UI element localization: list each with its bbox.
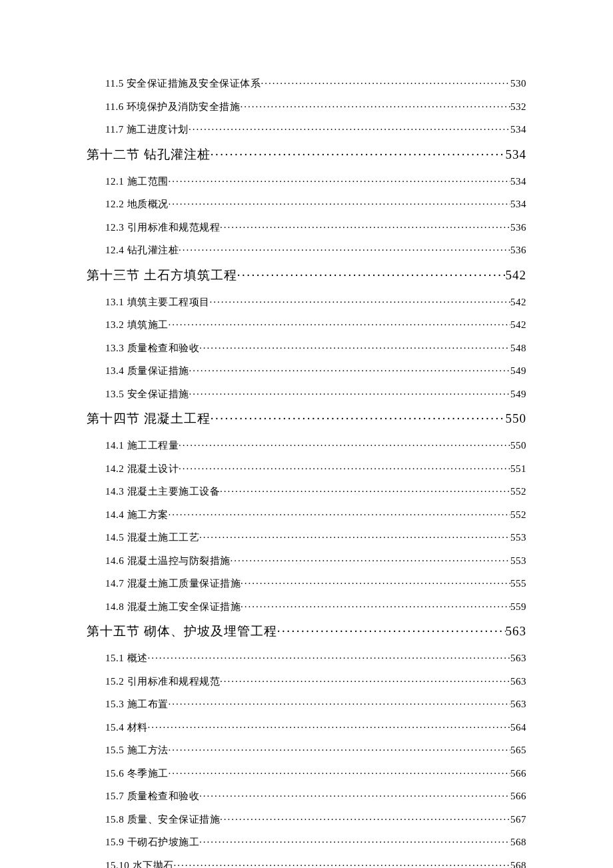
toc-sub-entry[interactable]: 14.7 混凝土施工质量保证措施555: [105, 577, 526, 590]
toc-entry-label: 15.9 干砌石护坡施工: [105, 836, 199, 849]
toc-sub-entry[interactable]: 15.8 质量、安全保证措施567: [105, 813, 526, 826]
toc-sub-entry[interactable]: 14.1 施工工程量550: [105, 439, 526, 452]
toc-sub-entry[interactable]: 15.2 引用标准和规程规范563: [105, 675, 526, 688]
toc-leader-dots: [148, 721, 511, 731]
toc-sub-entry[interactable]: 13.3 质量检查和验收548: [105, 341, 526, 355]
toc-sub-entry[interactable]: 15.6 冬季施工566: [105, 767, 526, 780]
toc-leader-dots: [169, 767, 511, 777]
toc-entry-label: 15.5 施工方法: [105, 744, 169, 757]
toc-entry-page: 551: [510, 463, 526, 475]
toc-entry-label: 13.2 填筑施工: [105, 319, 169, 331]
toc-entry-label: 第十五节 砌体、护坡及埋管工程: [87, 623, 277, 640]
toc-sub-entry[interactable]: 12.3 引用标准和规范规程536: [105, 221, 526, 234]
toc-entry-page: 534: [510, 124, 526, 135]
toc-sub-entry[interactable]: 15.7 质量检查和验收566: [105, 789, 526, 803]
toc-sub-entry[interactable]: 14.5 混凝土施工工艺553: [105, 531, 526, 544]
toc-entry-label: 14.1 施工工程量: [105, 439, 179, 452]
toc-sub-entry[interactable]: 15.3 施工布置563: [105, 697, 526, 711]
toc-entry-label: 15.2 引用标准和规程规范: [105, 675, 220, 688]
toc-entry-page: 563: [506, 624, 527, 639]
toc-entry-page: 532: [510, 101, 526, 113]
toc-entry-page: 552: [510, 509, 526, 521]
toc-entry-label: 12.1 施工范围: [105, 175, 169, 188]
toc-sub-entry[interactable]: 13.4 质量保证措施549: [105, 364, 526, 377]
toc-entry-page: 530: [510, 78, 526, 89]
toc-entry-page: 564: [510, 722, 526, 733]
toc-leader-dots: [220, 221, 510, 231]
toc-entry-label: 14.6 混凝土温控与防裂措施: [105, 555, 231, 567]
toc-sub-entry[interactable]: 12.4 钻孔灌注桩536: [105, 243, 526, 257]
toc-entry-page: 553: [510, 555, 526, 567]
toc-entry-page: 563: [510, 699, 526, 710]
toc-leader-dots: [241, 577, 510, 587]
toc-entry-label: 14.2 混凝土设计: [105, 463, 179, 475]
toc-sub-entry[interactable]: 15.4 材料564: [105, 721, 526, 734]
toc-entry-label: 14.4 施工方案: [105, 509, 169, 521]
toc-leader-dots: [277, 623, 506, 635]
toc-leader-dots: [169, 318, 511, 328]
toc-entry-label: 13.5 安全保证措施: [105, 388, 189, 401]
toc-entry-page: 534: [510, 176, 526, 187]
toc-entry-label: 12.2 地质概况: [105, 198, 169, 211]
toc-entry-page: 549: [510, 389, 526, 400]
toc-entry-page: 553: [510, 532, 526, 543]
toc-sub-entry[interactable]: 15.9 干砌石护坡施工568: [105, 835, 526, 849]
toc-leader-dots: [169, 697, 511, 707]
toc-sub-entry[interactable]: 14.4 施工方案552: [105, 508, 526, 521]
toc-sub-entry[interactable]: 13.1 填筑主要工程项目542: [105, 295, 526, 309]
toc-leader-dots: [174, 859, 511, 869]
toc-sub-entry[interactable]: 13.2 填筑施工542: [105, 318, 526, 331]
toc-entry-label: 第十二节 钻孔灌注桩: [87, 146, 211, 163]
toc-sub-entry[interactable]: 14.6 混凝土温控与防裂措施553: [105, 554, 526, 567]
toc-sub-entry[interactable]: 11.5 安全保证措施及安全保证体系530: [105, 77, 526, 90]
toc-entry-page: 536: [510, 222, 526, 233]
toc-leader-dots: [199, 531, 510, 541]
toc-leader-dots: [211, 410, 506, 423]
toc-entry-label: 14.3 混凝土主要施工设备: [105, 485, 220, 498]
toc-entry-page: 565: [510, 745, 526, 756]
toc-entry-label: 15.10 水下抛石: [105, 859, 174, 869]
toc-leader-dots: [240, 100, 510, 110]
toc-entry-label: 13.1 填筑主要工程项目: [105, 296, 210, 309]
toc-sub-entry[interactable]: 11.7 施工进度计划534: [105, 123, 526, 136]
toc-leader-dots: [189, 364, 511, 374]
toc-section-entry[interactable]: 第十二节 钻孔灌注桩534: [87, 146, 526, 163]
toc-sub-entry[interactable]: 15.5 施工方法565: [105, 743, 526, 757]
toc-entry-page: 548: [510, 343, 526, 354]
toc-leader-dots: [220, 485, 510, 495]
toc-sub-entry[interactable]: 15.10 水下抛石568: [105, 859, 526, 869]
toc-entry-page: 563: [510, 676, 526, 687]
toc-leader-dots: [220, 675, 510, 685]
toc-section-entry[interactable]: 第十五节 砌体、护坡及埋管工程563: [87, 623, 526, 640]
toc-section-entry[interactable]: 第十三节 土石方填筑工程542: [87, 267, 526, 284]
toc-entry-label: 14.7 混凝土施工质量保证措施: [105, 577, 241, 590]
toc-sub-entry[interactable]: 13.5 安全保证措施549: [105, 387, 526, 401]
toc-leader-dots: [189, 387, 511, 397]
toc-sub-entry[interactable]: 11.6 环境保护及消防安全措施532: [105, 100, 526, 113]
toc-leader-dots: [169, 175, 511, 185]
toc-entry-page: 563: [510, 653, 526, 664]
toc-entry-label: 14.8 混凝土施工安全保证措施: [105, 601, 241, 613]
toc-leader-dots: [179, 439, 510, 449]
toc-sub-entry[interactable]: 14.2 混凝土设计551: [105, 462, 526, 475]
toc-entry-label: 11.7 施工进度计划: [105, 123, 189, 136]
toc-leader-dots: [237, 267, 506, 279]
toc-entry-page: 534: [506, 147, 527, 162]
toc-leader-dots: [169, 197, 511, 207]
toc-entry-page: 542: [510, 297, 526, 308]
toc-entry-label: 15.1 概述: [105, 652, 148, 665]
toc-sub-entry[interactable]: 12.2 地质概况534: [105, 197, 526, 211]
toc-leader-dots: [169, 743, 511, 753]
toc-sub-entry[interactable]: 14.8 混凝土施工安全保证措施559: [105, 600, 526, 613]
toc-leader-dots: [199, 835, 510, 845]
toc-entry-page: 566: [510, 791, 526, 802]
toc-sub-entry[interactable]: 12.1 施工范围534: [105, 175, 526, 188]
toc-entry-label: 11.6 环境保护及消防安全措施: [105, 101, 240, 113]
toc-leader-dots: [199, 789, 510, 799]
toc-sub-entry[interactable]: 15.1 概述563: [105, 651, 526, 665]
toc-section-entry[interactable]: 第十四节 混凝土工程550: [87, 410, 526, 427]
toc-sub-entry[interactable]: 14.3 混凝土主要施工设备552: [105, 485, 526, 498]
toc-entry-page: 566: [510, 768, 526, 779]
toc-entry-label: 14.5 混凝土施工工艺: [105, 531, 199, 544]
toc-entry-label: 15.6 冬季施工: [105, 767, 169, 780]
